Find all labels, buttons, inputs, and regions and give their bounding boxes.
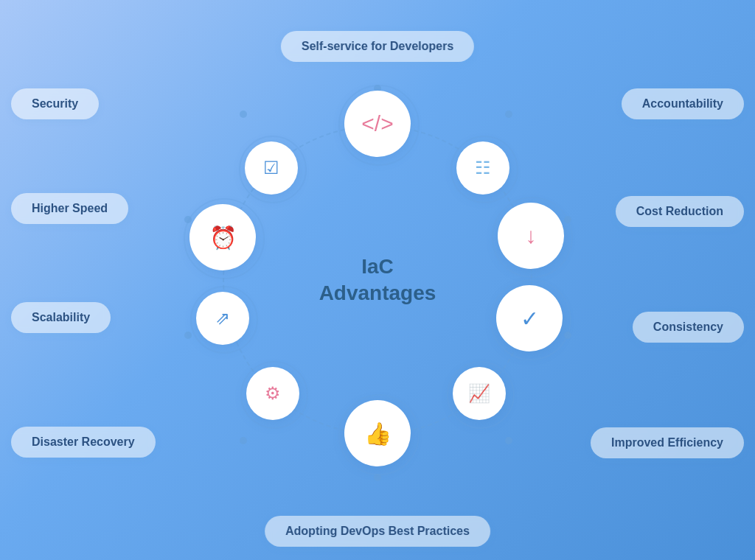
label-top-right: Accountability <box>622 88 744 119</box>
label-top-left: Security <box>11 88 99 119</box>
label-bottom-right: Improved Efficiency <box>591 427 744 458</box>
dot-bottom-right <box>505 437 512 444</box>
clock-icon: ⏰ <box>209 225 237 251</box>
node-left1: ⇗ <box>196 292 249 345</box>
shield-icon: ☑ <box>263 158 279 178</box>
label-left2: Higher Speed <box>11 193 128 224</box>
node-top-left: ☑ <box>245 141 298 195</box>
label-top: Self-service for Developers <box>281 31 474 62</box>
thumbsup-icon: 👍 <box>364 421 392 447</box>
node-right2: ✓ <box>496 285 563 351</box>
node-top: </> <box>344 91 411 157</box>
label-right2: Consistency <box>633 312 744 343</box>
node-bottom-left: ⚙ <box>246 367 299 420</box>
dot-left1 <box>184 332 192 339</box>
dot-top-right <box>505 111 512 118</box>
check-icon: ✓ <box>521 306 539 332</box>
node-left2: ⏰ <box>189 204 256 270</box>
label-left1: Scalability <box>11 302 111 333</box>
label-right1: Cost Reduction <box>616 196 744 227</box>
label-bottom-left: Disaster Recovery <box>11 427 156 458</box>
code-icon: </> <box>361 111 393 136</box>
list-icon: ☷ <box>475 158 491 178</box>
node-bottom-right: 📈 <box>453 367 506 420</box>
center-title: IaC Advantages <box>311 253 444 307</box>
scalability-icon: ⇗ <box>215 308 230 329</box>
chart-icon: 📈 <box>468 383 490 404</box>
gear-icon: ⚙ <box>265 383 281 404</box>
download-icon: ↓ <box>526 223 537 248</box>
label-bottom: Adopting DevOps Best Practices <box>265 516 490 547</box>
node-top-right: ☷ <box>456 141 509 195</box>
dot-top-left <box>240 111 247 118</box>
node-bottom: 👍 <box>344 400 411 466</box>
diagram-container: IaC Advantages </> ☷ ↓ ✓ 📈 👍 ⚙ ⇗ ⏰ <box>0 0 755 560</box>
dot-bottom-left <box>240 437 247 444</box>
node-right1: ↓ <box>498 203 564 269</box>
